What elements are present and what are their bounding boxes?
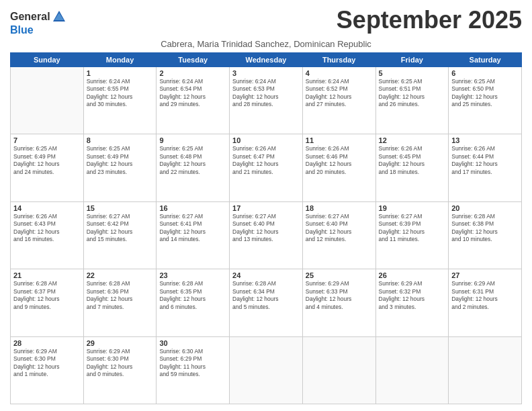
table-cell: 22Sunrise: 6:28 AMSunset: 6:36 PMDayligh…	[83, 269, 157, 336]
table-cell: 4Sunrise: 6:24 AMSunset: 6:52 PMDaylight…	[302, 67, 375, 134]
day-number: 1	[87, 69, 154, 77]
day-number: 4	[306, 69, 373, 77]
day-number: 24	[232, 271, 300, 279]
day-number: 17	[232, 204, 300, 212]
day-info: Sunrise: 6:28 AMSunset: 6:38 PMDaylight:…	[451, 213, 519, 244]
day-number: 15	[87, 204, 154, 212]
day-number: 29	[87, 339, 154, 347]
day-number: 5	[379, 69, 446, 77]
col-sunday: Sunday	[11, 53, 84, 67]
table-cell: 8Sunrise: 6:25 AMSunset: 6:49 PMDaylight…	[83, 134, 157, 201]
day-number: 12	[379, 136, 446, 144]
header: General Blue September 2025	[10, 7, 522, 36]
table-cell: 13Sunrise: 6:26 AMSunset: 6:44 PMDayligh…	[449, 134, 522, 201]
table-cell: 30Sunrise: 6:30 AMSunset: 6:29 PMDayligh…	[157, 336, 230, 404]
logo: General Blue	[10, 9, 66, 36]
day-info: Sunrise: 6:27 AMSunset: 6:40 PMDaylight:…	[306, 213, 373, 244]
table-cell	[449, 336, 522, 404]
day-number: 9	[159, 136, 226, 144]
table-cell: 29Sunrise: 6:29 AMSunset: 6:30 PMDayligh…	[83, 336, 157, 404]
day-info: Sunrise: 6:25 AMSunset: 6:50 PMDaylight:…	[451, 78, 519, 109]
table-cell	[11, 67, 84, 134]
table-cell: 27Sunrise: 6:29 AMSunset: 6:31 PMDayligh…	[449, 269, 522, 336]
day-number: 28	[13, 339, 81, 347]
table-cell: 26Sunrise: 6:29 AMSunset: 6:32 PMDayligh…	[375, 269, 449, 336]
calendar-header-row: Sunday Monday Tuesday Wednesday Thursday…	[11, 53, 522, 67]
logo-icon	[52, 9, 66, 24]
table-cell: 5Sunrise: 6:25 AMSunset: 6:51 PMDaylight…	[375, 67, 449, 134]
table-cell: 6Sunrise: 6:25 AMSunset: 6:50 PMDaylight…	[449, 67, 522, 134]
day-info: Sunrise: 6:24 AMSunset: 6:53 PMDaylight:…	[232, 78, 300, 109]
calendar-week-row: 21Sunrise: 6:28 AMSunset: 6:37 PMDayligh…	[11, 269, 522, 336]
day-info: Sunrise: 6:30 AMSunset: 6:29 PMDaylight:…	[159, 348, 226, 379]
table-cell: 1Sunrise: 6:24 AMSunset: 6:55 PMDaylight…	[83, 67, 157, 134]
day-info: Sunrise: 6:26 AMSunset: 6:46 PMDaylight:…	[306, 145, 373, 176]
day-number: 6	[451, 69, 519, 77]
day-number: 13	[451, 136, 519, 144]
col-thursday: Thursday	[302, 53, 375, 67]
table-cell: 3Sunrise: 6:24 AMSunset: 6:53 PMDaylight…	[230, 67, 303, 134]
calendar-week-row: 28Sunrise: 6:29 AMSunset: 6:30 PMDayligh…	[11, 336, 522, 404]
table-cell: 23Sunrise: 6:28 AMSunset: 6:35 PMDayligh…	[157, 269, 230, 336]
logo-blue: Blue	[10, 24, 34, 36]
day-number: 3	[232, 69, 300, 77]
day-number: 18	[306, 204, 373, 212]
table-cell	[375, 336, 449, 404]
table-cell: 7Sunrise: 6:25 AMSunset: 6:49 PMDaylight…	[11, 134, 84, 201]
day-info: Sunrise: 6:24 AMSunset: 6:52 PMDaylight:…	[306, 78, 373, 109]
day-number: 8	[87, 136, 154, 144]
month-title: September 2025	[337, 7, 522, 34]
table-cell: 15Sunrise: 6:27 AMSunset: 6:42 PMDayligh…	[83, 201, 157, 269]
col-friday: Friday	[375, 53, 449, 67]
location-subtitle: Cabrera, Maria Trinidad Sanchez, Dominic…	[10, 39, 522, 49]
table-cell: 17Sunrise: 6:27 AMSunset: 6:40 PMDayligh…	[230, 201, 303, 269]
day-info: Sunrise: 6:28 AMSunset: 6:37 PMDaylight:…	[13, 280, 81, 311]
col-tuesday: Tuesday	[157, 53, 230, 67]
day-number: 27	[451, 271, 519, 279]
calendar-week-row: 14Sunrise: 6:26 AMSunset: 6:43 PMDayligh…	[11, 201, 522, 269]
table-cell: 12Sunrise: 6:26 AMSunset: 6:45 PMDayligh…	[375, 134, 449, 201]
day-number: 14	[13, 204, 81, 212]
day-number: 2	[159, 69, 226, 77]
col-saturday: Saturday	[449, 53, 522, 67]
day-info: Sunrise: 6:25 AMSunset: 6:49 PMDaylight:…	[87, 145, 154, 176]
table-cell: 25Sunrise: 6:29 AMSunset: 6:33 PMDayligh…	[302, 269, 375, 336]
col-wednesday: Wednesday	[230, 53, 303, 67]
title-block: September 2025	[337, 7, 522, 34]
day-info: Sunrise: 6:28 AMSunset: 6:36 PMDaylight:…	[87, 280, 154, 311]
table-cell: 28Sunrise: 6:29 AMSunset: 6:30 PMDayligh…	[11, 336, 84, 404]
table-cell: 2Sunrise: 6:24 AMSunset: 6:54 PMDaylight…	[157, 67, 230, 134]
table-cell: 18Sunrise: 6:27 AMSunset: 6:40 PMDayligh…	[302, 201, 375, 269]
table-cell: 19Sunrise: 6:27 AMSunset: 6:39 PMDayligh…	[375, 201, 449, 269]
day-info: Sunrise: 6:25 AMSunset: 6:48 PMDaylight:…	[159, 145, 226, 176]
day-info: Sunrise: 6:24 AMSunset: 6:55 PMDaylight:…	[87, 78, 154, 109]
col-monday: Monday	[83, 53, 157, 67]
day-info: Sunrise: 6:29 AMSunset: 6:30 PMDaylight:…	[13, 348, 81, 379]
table-cell: 24Sunrise: 6:28 AMSunset: 6:34 PMDayligh…	[230, 269, 303, 336]
svg-marker-1	[54, 13, 64, 20]
day-number: 21	[13, 271, 81, 279]
day-info: Sunrise: 6:26 AMSunset: 6:43 PMDaylight:…	[13, 213, 81, 244]
day-info: Sunrise: 6:27 AMSunset: 6:41 PMDaylight:…	[159, 213, 226, 244]
calendar-week-row: 1Sunrise: 6:24 AMSunset: 6:55 PMDaylight…	[11, 67, 522, 134]
table-cell: 16Sunrise: 6:27 AMSunset: 6:41 PMDayligh…	[157, 201, 230, 269]
day-info: Sunrise: 6:25 AMSunset: 6:49 PMDaylight:…	[13, 145, 81, 176]
day-info: Sunrise: 6:27 AMSunset: 6:39 PMDaylight:…	[379, 213, 446, 244]
day-number: 25	[306, 271, 373, 279]
page: General Blue September 2025 Cabrera, Mar…	[0, 0, 532, 411]
calendar-table: Sunday Monday Tuesday Wednesday Thursday…	[10, 52, 522, 404]
day-info: Sunrise: 6:26 AMSunset: 6:47 PMDaylight:…	[232, 145, 300, 176]
day-info: Sunrise: 6:29 AMSunset: 6:32 PMDaylight:…	[379, 280, 446, 311]
day-info: Sunrise: 6:27 AMSunset: 6:42 PMDaylight:…	[87, 213, 154, 244]
day-number: 20	[451, 204, 519, 212]
table-cell	[302, 336, 375, 404]
day-info: Sunrise: 6:25 AMSunset: 6:51 PMDaylight:…	[379, 78, 446, 109]
day-info: Sunrise: 6:24 AMSunset: 6:54 PMDaylight:…	[159, 78, 226, 109]
day-info: Sunrise: 6:29 AMSunset: 6:31 PMDaylight:…	[451, 280, 519, 311]
day-number: 30	[159, 339, 226, 347]
logo-general: General	[10, 11, 50, 23]
day-number: 26	[379, 271, 446, 279]
day-number: 10	[232, 136, 300, 144]
day-info: Sunrise: 6:26 AMSunset: 6:44 PMDaylight:…	[451, 145, 519, 176]
day-number: 22	[87, 271, 154, 279]
